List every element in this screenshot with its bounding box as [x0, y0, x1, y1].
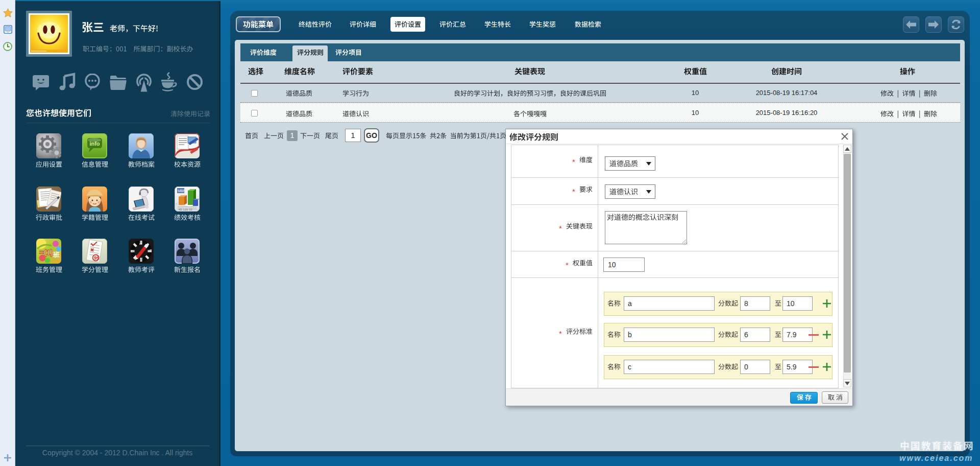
svg-text:班: 班 [53, 251, 60, 259]
svg-text:45 126 33: 45 126 33 [179, 208, 192, 211]
svg-text:MBPS: MBPS [178, 189, 188, 193]
svg-text:95: 95 [94, 255, 100, 261]
svg-text:=(1): =(1) [39, 248, 53, 257]
